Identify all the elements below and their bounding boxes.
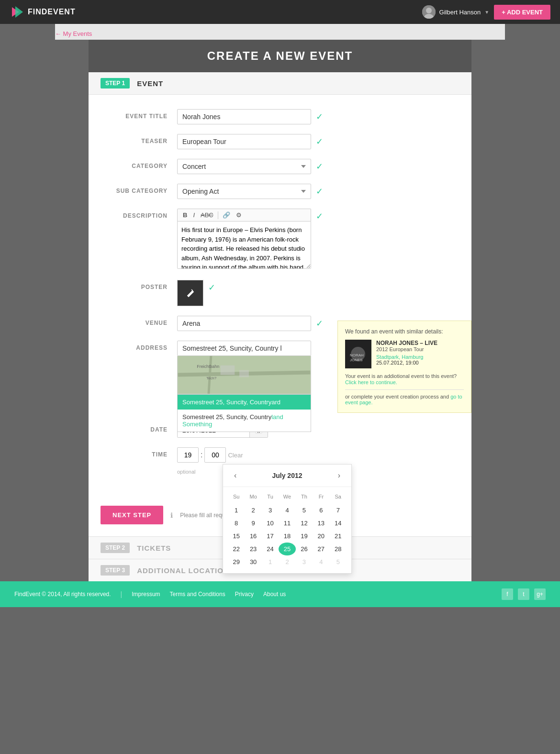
cal-day-10[interactable]: 10 [262,517,279,530]
cal-day-nm4[interactable]: 4 [313,555,329,568]
footer-terms[interactable]: Terms and Conditions [170,591,225,598]
bold-button[interactable]: B [181,211,189,219]
svg-marker-1 [15,6,23,18]
cal-day-9[interactable]: 9 [245,517,261,530]
category-select[interactable]: Concert Festival Club [177,159,311,174]
footer-privacy[interactable]: Privacy [235,591,254,598]
venue-input[interactable] [177,316,311,331]
venue-label: VENUE [101,316,177,326]
footer-about[interactable]: About us [263,591,286,598]
cal-day-nm3[interactable]: 3 [296,555,313,568]
cal-day-2[interactable]: 2 [245,504,261,517]
facebook-icon[interactable]: f [502,588,513,600]
step2-label: TICKETS [137,544,171,552]
step1-header: STEP 1 EVENT [89,72,471,95]
cal-day-12[interactable]: 12 [296,517,313,530]
twitter-icon[interactable]: t [518,588,529,600]
cal-day-20[interactable]: 20 [313,530,329,543]
cal-day-3[interactable]: 3 [262,504,279,517]
cal-day-17[interactable]: 17 [262,530,279,543]
cal-day-27[interactable]: 27 [313,543,329,555]
step1-badge: STEP 1 [101,78,130,89]
next-step-button[interactable]: NEXT STEP [101,506,163,524]
time-minute-input[interactable] [204,447,226,463]
cal-day-29[interactable]: 29 [228,555,245,568]
poster-upload[interactable] [177,280,203,306]
breadcrumb[interactable]: ← My Events [55,30,92,37]
similar-event-question: Your event is an addiotional event to th… [345,373,464,379]
chevron-down-icon: ▼ [484,10,489,15]
cal-day-8[interactable]: 8 [228,517,245,530]
user-menu[interactable]: Gilbert Hanson ▼ [422,5,490,19]
image-button[interactable]: ⚙ [235,211,243,219]
description-label: DESCRIPTION [101,209,177,219]
address-option-1[interactable]: Somestreet 25, Suncity, Countryard [178,395,311,410]
cal-day-11[interactable]: 11 [279,517,295,530]
category-control: Concert Festival Club ✓ [177,159,459,174]
cal-day-15[interactable]: 15 [228,530,245,543]
similar-event-image: NORAH JONES [345,340,371,368]
similar-divider [345,389,464,390]
cal-day-24[interactable]: 24 [262,543,279,555]
cal-day-26[interactable]: 26 [296,543,313,555]
cal-day-7[interactable]: 7 [330,504,347,517]
similar-event-title: We found an event with similar details: [345,328,464,335]
venue-check: ✓ [316,316,323,329]
cal-day-22[interactable]: 22 [228,543,245,555]
svg-text:NORAH: NORAH [350,353,364,357]
cal-day-21[interactable]: 21 [330,530,347,543]
avatar [422,5,436,19]
calendar-prev-button[interactable]: ‹ [230,470,240,481]
cal-day-14[interactable]: 14 [330,517,347,530]
cal-day-30[interactable]: 30 [245,555,261,568]
cal-day-4[interactable]: 4 [279,504,295,517]
address-input[interactable] [177,341,311,356]
address-label: ADDRESS [101,341,177,351]
event-title-control: ✓ [177,109,459,124]
cal-day-25[interactable]: 25 [279,543,295,555]
cal-day-28[interactable]: 28 [330,543,347,555]
description-row: DESCRIPTION B I ABC 🔗 ⚙ His first [101,209,459,270]
cal-day-nm2[interactable]: 2 [279,555,295,568]
cal-day-19[interactable]: 19 [296,530,313,543]
link-button[interactable]: 🔗 [221,211,232,219]
page-wrapper: ← My Events CREATE A NEW EVENT STEP 1 EV… [55,24,505,581]
add-event-button[interactable]: + ADD EVENT [494,5,550,20]
venue-address-section: VENUE ✓ ADDRESS [101,316,323,413]
italic-button[interactable]: I [191,211,196,219]
event-title-input[interactable] [177,109,311,124]
logo-icon [10,5,24,19]
cal-day-1[interactable]: 1 [228,504,245,517]
cal-day-nm1[interactable]: 1 [262,555,279,568]
description-check: ✓ [316,209,323,222]
cal-header-fr: Fr [313,492,329,501]
teaser-input[interactable] [177,134,311,149]
address-option-2[interactable]: Somestreet 25, Suncity, Countryland Some… [178,410,311,432]
calendar-next-button[interactable]: › [334,470,344,481]
cal-day-5[interactable]: 5 [296,504,313,517]
similar-event-box: We found an event with similar details: … [337,321,471,413]
teaser-row: TEASER ✓ [101,134,459,149]
cal-day-23[interactable]: 23 [245,543,261,555]
calendar-header: ‹ July 2012 › [223,465,351,487]
map[interactable]: Freichtbahn Tech? [177,356,311,394]
cal-day-16[interactable]: 16 [245,530,261,543]
description-textarea[interactable]: His first tour in Europe – Elvis Perkins… [177,221,311,269]
footer-impressum[interactable]: Impressum [132,591,160,598]
cal-header-we: We [279,492,295,501]
strikethrough-button[interactable]: ABC [199,211,215,219]
cal-day-nm5[interactable]: 5 [330,555,347,568]
clear-button[interactable]: Clear [228,452,243,459]
cal-day-13[interactable]: 13 [313,517,329,530]
similar-event-continue-link[interactable]: Click here to continue. [345,379,397,385]
cal-header-tu: Tu [262,492,279,501]
similar-event-date: 25.07.2012, 19:00 [376,360,437,366]
google-plus-icon[interactable]: g+ [534,588,546,600]
cal-day-6[interactable]: 6 [313,504,329,517]
time-hour-input[interactable] [177,447,199,463]
cal-day-18[interactable]: 18 [279,530,295,543]
subcategory-select[interactable]: Opening Act Headliner [177,184,311,199]
time-wrap: : Clear [177,447,243,463]
description-control: B I ABC 🔗 ⚙ His first tour in Europe – E… [177,209,459,270]
cal-header-th: Th [296,492,313,501]
